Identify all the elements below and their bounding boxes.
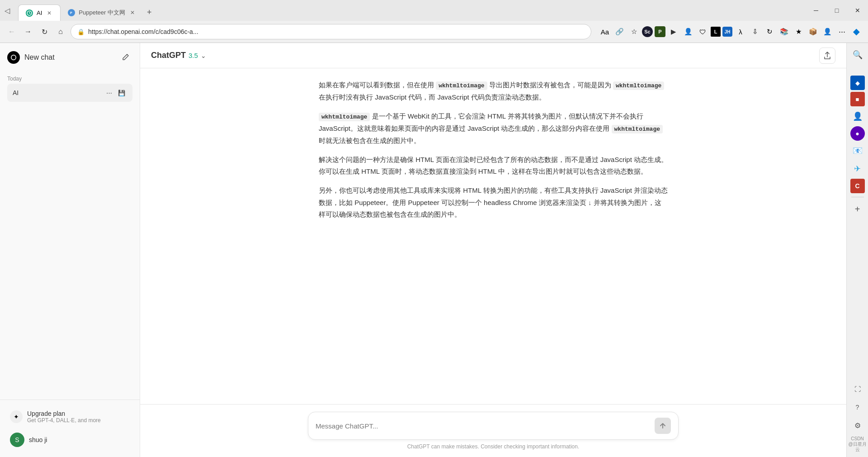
svg-text:P: P: [70, 11, 72, 14]
send-btn[interactable]: [655, 418, 671, 434]
minimize-btn[interactable]: ─: [806, 2, 826, 19]
translate-icon[interactable]: Aa: [599, 25, 611, 38]
tab-puppeteer-close[interactable]: ✕: [129, 9, 136, 16]
right-add-btn[interactable]: +: [849, 201, 866, 217]
disclaimer: ChatGPT can make mistakes. Consider chec…: [308, 443, 679, 453]
puppet-tab-icon: P: [68, 9, 75, 16]
url-text: https://chat.openai.com/c/cad9c06c-a...: [88, 28, 585, 35]
tab-ai-close[interactable]: ✕: [46, 10, 53, 17]
openai-icon: [7, 51, 20, 64]
refresh-btn[interactable]: ↻: [38, 25, 51, 38]
ext-download[interactable]: ⇩: [749, 25, 761, 38]
url-bar[interactable]: 🔒 https://chat.openai.com/c/cad9c06c-a..…: [71, 24, 591, 39]
ext-shield[interactable]: 🛡: [696, 25, 709, 38]
right-circle-icon[interactable]: ●: [850, 126, 865, 141]
upgrade-plan-btn[interactable]: ✦ Upgrade plan Get GPT-4, DALL·E, and mo…: [5, 405, 134, 428]
new-chat-label: New chat: [24, 53, 55, 62]
collections[interactable]: 📦: [807, 25, 819, 38]
tab-ai-label: AI: [37, 10, 42, 16]
address-bar: ← → ↻ ⌂ 🔒 https://chat.openai.com/c/cad9…: [0, 21, 868, 43]
chat-messages: 如果在客户端可以看到数据，但在使用 wkhtmltoimage 导出图片时数据没…: [140, 68, 846, 404]
forward-btn[interactable]: →: [22, 25, 34, 38]
upgrade-subtitle: Get GPT-4, DALL·E, and more: [27, 417, 101, 424]
right-blue-icon[interactable]: ◆: [850, 76, 865, 90]
share-btn[interactable]: [819, 48, 835, 64]
header-actions: [819, 48, 835, 64]
favorite-icon[interactable]: ☆: [627, 25, 640, 38]
edge-icon[interactable]: ◆: [850, 25, 863, 38]
right-settings-btn[interactable]: ⚙: [849, 417, 866, 433]
ext-lambda[interactable]: λ: [734, 25, 747, 38]
paragraph-1: 如果在客户端可以看到数据，但在使用 wkhtmltoimage 导出图片时数据没…: [319, 79, 668, 103]
csdn-label: CSDN@日星月云: [847, 435, 868, 453]
main-content: ChatGPT 3.5 ⌄ 如果在客户端可以看到数据，: [140, 43, 846, 457]
inline-code-2: wkhtmltoimage: [613, 81, 664, 90]
right-panel: 🔍 ◆ ■ 👤 ● 📧 ✈ C + ⛶ ? ⚙ CSDN@日星月云: [846, 43, 868, 457]
app-layout: New chat Today AI ⋯ 💾 ✦ Upg: [0, 43, 868, 457]
sidebar-item-actions: ⋯ 💾: [104, 87, 127, 98]
ext-refresh[interactable]: ↻: [763, 25, 776, 38]
ai-tab-icon: [26, 10, 33, 17]
upgrade-title: Upgrade plan: [27, 410, 101, 417]
paragraph-3: 解决这个问题的一种方法是确保 HTML 页面在渲染时已经包含了所有的动态数据，而…: [319, 154, 668, 178]
sidebar-item-ai[interactable]: AI ⋯ 💾: [7, 84, 132, 102]
reading-view[interactable]: 📚: [778, 25, 790, 38]
upgrade-text: Upgrade plan Get GPT-4, DALL·E, and more: [27, 410, 101, 424]
right-outlook-icon[interactable]: 📧: [849, 143, 866, 159]
tab-puppeteer-label: Puppeteer 中文网: [79, 9, 125, 17]
right-search-btn[interactable]: 🔍: [849, 47, 866, 63]
back-btn[interactable]: ←: [5, 25, 18, 38]
reader-icon[interactable]: 🔗: [613, 25, 626, 38]
new-tab-btn[interactable]: +: [143, 4, 156, 21]
paragraph-4: 另外，你也可以考虑使用其他工具或库来实现将 HTML 转换为图片的功能，有些工具…: [319, 185, 668, 220]
message-content: 如果在客户端可以看到数据，但在使用 wkhtmltoimage 导出图片时数据没…: [319, 79, 668, 220]
right-user-icon[interactable]: 👤: [849, 108, 866, 124]
tabs-area: AI ✕ P Puppeteer 中文网 ✕ +: [14, 0, 806, 21]
archive-btn[interactable]: 💾: [116, 87, 127, 98]
lock-icon: 🔒: [77, 29, 85, 35]
back-history-btn[interactable]: ◁: [0, 0, 14, 21]
profile[interactable]: 👤: [821, 25, 834, 38]
home-btn[interactable]: ⌂: [54, 25, 67, 38]
right-red-icon[interactable]: ■: [850, 92, 865, 106]
input-box: [308, 412, 679, 440]
ext-4[interactable]: 👤: [682, 25, 694, 38]
maximize-btn[interactable]: □: [826, 2, 847, 19]
tab-row: ◁ AI ✕ P Puppeteer 中文网 ✕ + ─ □: [0, 0, 868, 21]
ext-1[interactable]: Sc: [642, 26, 653, 37]
model-selector[interactable]: ChatGPT 3.5 ⌄: [151, 51, 206, 60]
ext-jh[interactable]: JH: [722, 27, 732, 37]
right-question-btn[interactable]: ?: [849, 399, 866, 415]
right-separator: [851, 197, 864, 197]
edit-icon-btn[interactable]: [118, 50, 132, 65]
sidebar-header: New chat: [0, 43, 140, 72]
tab-ai[interactable]: AI ✕: [18, 5, 61, 21]
ext-2[interactable]: P: [655, 26, 665, 37]
input-container: ChatGPT can make mistakes. Consider chec…: [308, 412, 679, 453]
right-red-c-icon[interactable]: C: [850, 179, 865, 193]
assistant-message: 如果在客户端可以看到数据，但在使用 wkhtmltoimage 导出图片时数据没…: [319, 79, 668, 220]
right-telegram-icon[interactable]: ✈: [849, 161, 866, 177]
model-version: 3.5: [189, 52, 198, 59]
message-input[interactable]: [316, 422, 649, 430]
chat-input-area: ChatGPT can make mistakes. Consider chec…: [140, 404, 846, 457]
user-avatar: S: [10, 433, 24, 447]
ext-l[interactable]: L: [711, 27, 721, 37]
today-label: Today: [7, 76, 132, 82]
user-profile[interactable]: S shuo ji: [5, 428, 134, 452]
sidebar-today-section: Today AI ⋯ 💾: [0, 72, 140, 104]
browser-chrome: ◁ AI ✕ P Puppeteer 中文网 ✕ + ─ □: [0, 0, 868, 43]
ext-3[interactable]: ▶: [667, 25, 680, 38]
tab-puppeteer[interactable]: P Puppeteer 中文网 ✕: [61, 5, 143, 21]
message-container: 如果在客户端可以看到数据，但在使用 wkhtmltoimage 导出图片时数据没…: [308, 79, 679, 220]
sidebar: New chat Today AI ⋯ 💾 ✦ Upg: [0, 43, 140, 457]
model-name: ChatGPT: [151, 51, 186, 60]
sidebar-item-ai-text: AI: [13, 89, 100, 96]
inline-code-1: wkhtmltoimage: [436, 81, 487, 90]
right-screenshot-btn[interactable]: ⛶: [849, 381, 866, 397]
close-btn[interactable]: ✕: [847, 2, 868, 19]
favorites[interactable]: ★: [792, 25, 805, 38]
more-btn[interactable]: ⋯: [835, 25, 848, 38]
window-controls: ─ □ ✕: [806, 0, 868, 21]
more-options-btn[interactable]: ⋯: [104, 87, 114, 98]
